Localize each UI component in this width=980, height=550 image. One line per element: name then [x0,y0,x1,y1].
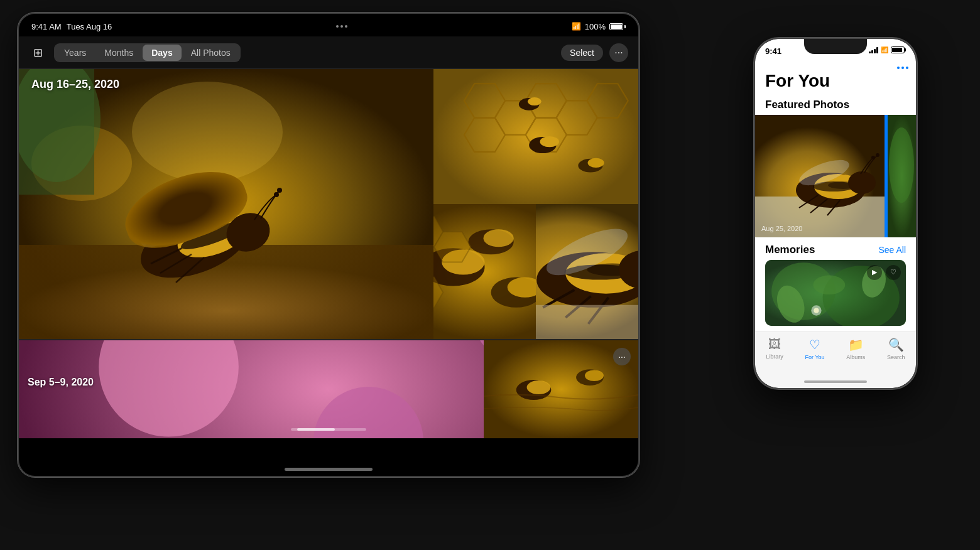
side-photo-honeycomb[interactable] [433,69,638,204]
photo-section-sep: Sep 5–9, 2020 ··· [19,339,638,438]
iphone-featured-title: Featured Photos [755,94,916,115]
svg-point-90 [813,275,845,294]
iphone-dot-2 [901,67,904,69]
svg-point-3 [132,82,283,182]
dot-2 [340,25,343,28]
ipad-date: Tues Aug 16 [67,22,112,31]
ipad-time: 9:41 AM [31,22,62,31]
side-photos [433,69,638,339]
iphone-time: 9:41 [765,46,781,56]
iphone-more-dots[interactable] [897,67,908,69]
albums-icon: 📁 [848,337,864,352]
for-you-icon: ♡ [809,337,820,352]
iphone-home-bar [804,380,867,383]
ipad-status-bar: 9:41 AM Tues Aug 16 📶 100% [19,14,638,36]
svg-rect-51 [536,305,638,339]
svg-rect-17 [433,69,638,204]
signal-bar-4 [876,47,878,53]
side-photo-bee-close[interactable] [536,204,638,339]
sep-photo-more-flowers[interactable] [329,340,484,438]
svg-point-83 [876,153,879,157]
ipad-home-indicator [285,468,373,471]
view-tabs: Years Months Days All Photos [54,43,241,62]
memories-photo[interactable]: ▶ ♡ [765,260,906,326]
iphone-battery [891,46,906,53]
tab-for-you[interactable]: ♡ For You [805,337,825,360]
battery-percent: 100% [585,22,606,31]
iphone-title-area: For You [755,67,916,94]
iphone-frame: 9:41 📶 [754,38,917,389]
see-all-button[interactable]: See All [878,245,906,255]
featured-side-nature[interactable] [888,115,916,237]
memories-play-icon[interactable]: ▶ [867,265,882,280]
ipad-device: 9:41 AM Tues Aug 16 📶 100% [18,13,640,477]
svg-point-28 [528,97,542,105]
side-nature-svg [888,115,916,237]
memories-header: Memories See All [755,237,916,260]
main-bee-photo[interactable] [19,69,433,339]
section-date-sep: Sep 5–9, 2020 [28,377,94,388]
tab-library[interactable]: 🖼 Library [766,337,783,360]
featured-photo-date: Aug 25, 2020 [761,225,802,232]
sidebar-icon[interactable]: ⊞ [29,44,46,62]
dot-3 [345,25,347,28]
ipad-status-right: 📶 100% [572,22,626,31]
side-photo-bottom-grid [433,204,638,339]
section2-more-button[interactable]: ··· [613,348,631,365]
for-you-label: For You [805,354,825,360]
more-button[interactable]: ··· [609,43,628,62]
search-label: Search [887,354,905,360]
battery-icon [609,23,626,30]
bee-photo-svg [19,69,433,339]
svg-point-77 [848,171,876,194]
signal-bar-2 [871,50,873,53]
tab-years[interactable]: Years [55,45,95,61]
tab-albums[interactable]: 📁 Albums [846,337,865,360]
tab-months[interactable]: Months [95,45,142,61]
ipad-frame: 9:41 AM Tues Aug 16 📶 100% [18,13,640,477]
memories-heart-icon[interactable]: ♡ [886,265,901,280]
signal-bar-3 [874,49,876,53]
battery-body [609,23,623,30]
featured-bee-svg [755,115,887,237]
scroll-bar [291,428,366,431]
library-icon: 🖼 [768,337,781,352]
ipad-screen: 9:41 AM Tues Aug 16 📶 100% [19,14,638,476]
iphone-home-indicator [755,375,916,388]
svg-point-37 [483,229,513,247]
wifi-icon: 📶 [572,22,581,31]
honeycomb-svg [433,69,638,204]
svg-marker-39 [434,232,471,262]
library-label: Library [766,353,783,360]
svg-point-82 [871,156,875,159]
ipad-toolbar: ⊞ Years Months Days All Photos Select ··… [19,36,638,69]
select-button[interactable]: Select [561,45,603,61]
search-icon: 🔍 [888,337,904,352]
svg-point-68 [526,380,550,394]
tab-all-photos[interactable]: All Photos [182,45,239,61]
ipad-photo-area: Aug 16–25, 2020 [19,69,638,476]
iphone-notch [804,39,867,54]
iphone-status-bar: 9:41 📶 [755,39,916,67]
svg-point-93 [814,308,819,313]
iphone-dot-1 [897,67,900,69]
iphone-page-title: For You [765,72,906,91]
scroll-bar-fill [297,428,335,431]
featured-photo-container[interactable]: Aug 25, 2020 [755,115,916,237]
iphone-battery-fill [892,48,902,52]
featured-main-photo[interactable] [755,115,887,237]
side-photo-bees-cluster[interactable] [433,204,536,339]
bees-cluster-svg [433,204,536,339]
svg-point-26 [540,136,559,147]
signal-bars [869,47,878,53]
svg-point-13 [274,192,279,197]
signal-bar-1 [869,51,871,53]
svg-point-70 [585,370,604,381]
photo-section-aug: Aug 16–25, 2020 [19,69,638,339]
battery-fill [611,24,622,29]
iphone-tab-bar: 🖼 Library ♡ For You 📁 Albums 🔍 Search [755,332,916,375]
tab-search[interactable]: 🔍 Search [887,337,905,360]
tab-days[interactable]: Days [143,45,181,61]
iphone-wifi-icon: 📶 [881,46,888,53]
section-date-aug: Aug 16–25, 2020 [31,78,119,91]
